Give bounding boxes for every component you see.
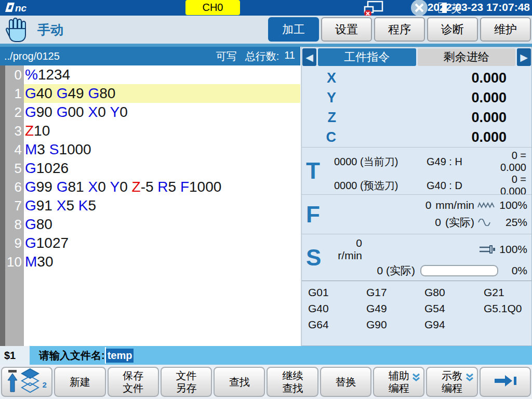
modal-gcode: G80 — [424, 286, 484, 302]
filename-input[interactable]: temp — [105, 347, 531, 364]
tab-workpiece-command[interactable]: 工件指令 — [318, 48, 416, 66]
prompt-region: 请输入文件名: temp — [30, 346, 532, 365]
rapid-override-value: 25% — [498, 216, 527, 229]
code-line[interactable]: 3Z10 — [5, 122, 300, 140]
modal-gcode-section: G01G17G80G21G40G49G54G5.1Q0G64G90G94 — [302, 281, 531, 345]
total-lines-value: 11 — [284, 49, 295, 63]
line-number: 2 — [5, 104, 24, 121]
teach-programming-button[interactable]: 示教编程 — [426, 367, 477, 397]
panel-next-button[interactable]: ▶ — [517, 48, 531, 66]
spindle-actual-row: 0 (实际) 0% — [334, 263, 531, 278]
softkey-label: 查找 — [282, 382, 303, 394]
mode-label: 手动 — [37, 16, 63, 44]
scroll-layer-button[interactable]: 2 — [1, 367, 52, 397]
chevron-double-down-icon — [465, 373, 474, 385]
replace-button[interactable]: 替换 — [320, 367, 371, 397]
feed-programmed-row: 0 mm/min 100% — [334, 199, 531, 211]
softkey-label: 另存 — [176, 382, 197, 394]
nav-tab-2[interactable]: 程序 — [374, 17, 425, 42]
manual-mode-hand-icon — [5, 17, 29, 45]
code-line[interactable]: 0%1234 — [5, 65, 300, 84]
feed-actual-row: 0 (实际) 25% — [334, 215, 531, 230]
axis-row-z: Z0.000 — [302, 108, 531, 127]
title-bar: nc CH0 英 2022-03-23 17:07:48 — [0, 0, 532, 16]
code-lines: 0%12341G40 G49 G802G90 G00 X0 Y03Z104M3 … — [5, 65, 300, 271]
modal-gcode: G01 — [308, 286, 366, 302]
feed-letter: F — [302, 195, 334, 234]
code-line[interactable]: 1G40 G49 G80 — [5, 84, 300, 103]
spindle-load-bar — [420, 265, 498, 276]
file-path: ../prog/0125 — [4, 50, 216, 62]
line-number: 3 — [5, 123, 24, 139]
editor-body[interactable]: 0%12341G40 G49 G802G90 G00 X0 Y03Z104M3 … — [0, 65, 300, 346]
softkey-label: 编程 — [442, 382, 462, 394]
modal-gcode: G49 — [366, 302, 424, 318]
axis-row-c: C0.000 — [302, 127, 531, 147]
code-line[interactable]: 4M3 S1000 — [5, 140, 300, 159]
softkey-label: 替换 — [335, 376, 356, 388]
line-number: 7 — [5, 198, 24, 214]
current-tool-row: 0000 (当前刀) G49 : H 0 = 0.000 — [334, 150, 531, 174]
nav-tab-1[interactable]: 设置 — [321, 17, 372, 42]
code-line[interactable]: 2G90 G00 X0 Y0 — [5, 103, 300, 122]
chevron-double-down-icon — [411, 373, 421, 385]
spindle-letter: S — [302, 234, 334, 281]
feed-unit: mm/min — [435, 199, 474, 211]
code-line[interactable]: 8G80 — [5, 215, 300, 234]
code-line[interactable]: 6G99 G81 X0 Y0 Z-5 R5 F1000 — [5, 178, 300, 196]
next-page-button[interactable] — [480, 367, 531, 397]
channel-badge: CH0 — [185, 0, 240, 15]
line-code: %1234 — [24, 65, 300, 84]
line-code: G99 G81 X0 Y0 Z-5 R5 F1000 — [24, 178, 300, 196]
datetime-display: 2022-03-23 17:07:48 — [428, 1, 530, 14]
save-file-button[interactable]: 保存文件 — [108, 367, 159, 397]
code-line[interactable]: 9G1027 — [5, 234, 300, 252]
nav-tab-4[interactable]: 维护 — [480, 17, 531, 42]
tab-remaining-feed[interactable]: 剩余进给 — [418, 48, 516, 66]
panel-prev-button[interactable]: ◀ — [302, 48, 316, 66]
find-next-button[interactable]: 继续查找 — [267, 367, 318, 397]
axis-row-y: Y0.000 — [302, 88, 531, 108]
length-comp: G49 : H — [427, 156, 488, 168]
hnc-logo-icon: nc — [3, 1, 34, 17]
axis-row-x: X0.000 — [302, 68, 531, 88]
nav-tab-3[interactable]: 诊断 — [427, 17, 478, 42]
nav-tab-0[interactable]: 加工 — [268, 17, 319, 42]
save-as-button[interactable]: 文件另存 — [161, 367, 212, 397]
feed-override-icon — [474, 202, 498, 209]
spindle-actual-value: 0 — [377, 264, 383, 276]
find-button[interactable]: 查找 — [214, 367, 265, 397]
editor-scrollbar[interactable] — [0, 65, 5, 346]
total-lines-label: 总行数: — [245, 49, 280, 63]
axis-value: 0.000 — [336, 129, 531, 145]
line-number: 9 — [5, 235, 24, 251]
axis-position-list: X0.000Y0.000Z0.000C0.000 — [302, 67, 531, 147]
aux-programming-button[interactable]: 辅助编程 — [373, 367, 424, 397]
line-code: G1027 — [24, 234, 300, 252]
spindle-unit: r/min — [338, 249, 362, 261]
feed-actual-label: (实际) — [445, 215, 474, 230]
axis-name: Z — [302, 110, 336, 126]
nav-tabs: 加工设置程序诊断维护 — [268, 17, 531, 42]
preselect-tool: 0000 (预选刀) — [334, 179, 427, 193]
line-number: 5 — [5, 161, 24, 177]
next-page-icon — [491, 373, 518, 391]
line-number: 10 — [5, 254, 24, 270]
spindle-override-value: 100% — [498, 243, 527, 256]
softkey-label: 保存 — [123, 369, 143, 382]
modal-gcode-grid: G01G17G80G21G40G49G54G5.1Q0G64G90G94 — [308, 286, 531, 335]
softkey-label: 新建 — [70, 376, 90, 388]
feed-override-value: 100% — [498, 199, 527, 211]
modal-gcode: G40 — [308, 302, 366, 318]
new-file-button[interactable]: 新建 — [54, 367, 105, 397]
modal-gcode — [484, 318, 532, 335]
softkey-label: 查找 — [229, 376, 250, 388]
softkey-label: 继续 — [282, 369, 303, 382]
code-line[interactable]: 10M30 — [5, 252, 300, 271]
code-line[interactable]: 7G91 X5 K5 — [5, 196, 300, 215]
softkey-label: 文件 — [176, 369, 197, 382]
code-line[interactable]: 5G1026 — [5, 159, 300, 178]
modal-gcode: G94 — [424, 318, 484, 335]
feed-value: 0 — [425, 199, 432, 211]
spindle-actual-label: (实际) — [386, 264, 415, 276]
